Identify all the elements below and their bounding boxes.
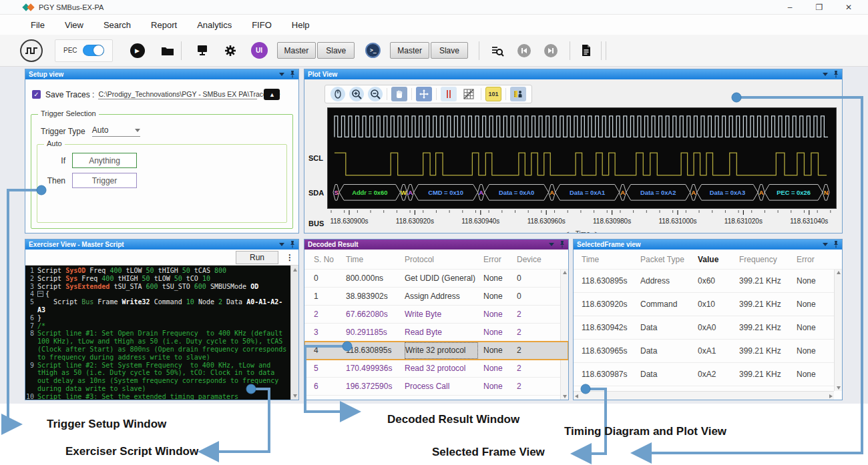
column-header: S. No [314,255,346,264]
save-traces-checkbox[interactable]: ✓ [32,90,41,99]
listener-master-button[interactable]: Master [390,42,429,59]
skip-previous-icon[interactable] [517,44,531,57]
time-axis: 118.630900s118.630920s118.630940s118.630… [327,210,837,233]
if-condition-field[interactable]: Anything [72,153,137,168]
selected-frame-row[interactable]: 118.630965sData0xA1399.21 KHzNone [574,340,842,363]
pin-icon[interactable] [290,241,295,248]
table-cell: 0 [517,274,556,283]
zoom-out-icon[interactable] [368,87,383,101]
pin-icon[interactable] [290,71,295,78]
save-traces-path-input[interactable]: C:\Prodigy_Technovations\PGY - SMBus EX … [98,90,257,99]
maximize-button[interactable]: ❐ [813,3,825,12]
decoded-result-row[interactable]: 390.291185sRead ByteNone2 [304,324,568,342]
code-line: 7/* [25,322,290,330]
selected-frame-row[interactable]: 118.630942sData0xA0399.21 KHzNone [574,316,842,340]
browse-folder-icon[interactable]: ▲ [264,89,280,100]
table-cell: None [483,382,517,391]
then-action-field[interactable]: Trigger [72,173,137,188]
exerciser-slave-button[interactable]: Slave [317,42,355,59]
play-icon[interactable]: ▶ [130,43,145,58]
decoded-result-row[interactable]: 138.983902sAssign AddressNone0 [304,288,568,306]
menu-item-view[interactable]: View [65,20,83,30]
menu-item-fifo[interactable]: FIFO [252,20,272,30]
ui-mode-badge[interactable]: UI [251,42,268,59]
column-header: Time [582,255,640,264]
monitor-icon[interactable] [196,45,208,56]
toolbar-separator [606,41,606,60]
table-cell: None [483,346,517,355]
folder-open-icon[interactable] [161,45,174,56]
exerciser-master-button[interactable]: Master [277,42,316,59]
annotation-timing-plot: Timing Diagram and Plot View [564,425,726,438]
code-line: 6} [25,314,290,322]
code-line: 10Script line #3: Set the extended timin… [25,393,290,400]
run-button[interactable]: Run [236,251,278,264]
decoded-result-row[interactable]: 0800.000nsGet UDID (General)None0 [304,270,568,288]
decoded-result-row[interactable]: 4118.630895sWrite 32 protocolNone2 [304,342,568,360]
listener-slave-button[interactable]: Slave [431,42,468,59]
annotation-trigger-setup: Trigger Setup Window [47,418,166,431]
pin-icon[interactable] [833,71,839,78]
code-line: 2Script Sys Freq 400 tHIGH 50 tLOW 50 tC… [25,275,290,283]
table-cell: 196.372590s [346,382,405,391]
panel-menu-icon[interactable] [549,243,554,246]
terminal-mode-icon[interactable]: >_ [365,43,381,58]
table-cell: 118.630965s [582,346,640,356]
exerciser-panel: Exerciser View - Master Script Run ⋮ 1Sc… [25,239,299,400]
selected-frame-row[interactable]: 118.630895sAddress0x60399.21 KHzNone [574,270,842,293]
pan-hand-icon[interactable] [391,87,407,101]
decoded-result-row[interactable]: 6196.372590sProcess CallNone2 [304,378,568,396]
mouse-select-icon[interactable] [331,87,345,101]
selected-frame-row[interactable]: 118.630920sCommand0x10399.21 KHzNone [574,293,842,316]
panel-menu-icon[interactable] [279,243,284,246]
close-button[interactable]: ✕ [843,3,855,12]
kebab-menu-icon[interactable]: ⋮ [285,253,294,262]
menu-item-file[interactable]: File [31,20,45,30]
report-document-icon[interactable] [581,44,592,57]
binary-101-icon[interactable]: 101 [485,87,501,101]
decoded-result-body: S. NoTimeProtocolErrorDevice 0800.000nsG… [304,250,568,400]
waveform-run-icon[interactable] [20,39,43,62]
editor-scrollbar[interactable] [290,266,298,400]
table-cell: 399.21 KHz [739,276,797,286]
menu-item-report[interactable]: Report [151,20,177,30]
pin-icon[interactable] [833,241,839,248]
pec-toggle[interactable] [83,45,104,56]
table-cell: None [797,323,830,332]
selected-frame-hscrollbar[interactable] [574,391,834,400]
code-text: /* [37,322,290,330]
waveform-canvas[interactable]: SAddr = 0x60WACMD = 0x10AData = 0xA0ADat… [327,107,837,209]
table-cell: None [797,276,830,286]
minimize-button[interactable]: – [784,3,796,12]
zoom-in-icon[interactable] [349,87,364,101]
column-header: Frequency [739,255,797,264]
table-cell: 399.21 KHz [739,346,797,356]
database-search-icon[interactable] [491,45,504,57]
trigger-type-dropdown[interactable]: Auto [92,125,140,137]
move-icon[interactable] [416,87,432,101]
panel-menu-icon[interactable] [279,73,284,76]
pin-icon[interactable] [560,241,565,248]
panel-menu-icon[interactable] [823,243,828,246]
grid-toggle-icon[interactable] [461,87,477,101]
settings-gear-icon[interactable] [224,45,236,57]
decoded-scrollbar[interactable] [560,270,568,400]
setup-view-titlebar: Setup view [25,69,298,79]
selected-frame-row[interactable]: 118.630987sData0xA2399.21 KHzNone [574,363,842,386]
table-cell: 2 [517,328,556,337]
trigger-selection-group: Trigger Selection Trigger Type Auto Auto… [31,114,293,229]
selected-frame-vscrollbar[interactable] [834,270,842,391]
plot-settings-icon[interactable] [510,87,526,101]
auto-group-label: Auto [44,139,65,147]
decoded-result-row[interactable]: 5170.499936sRead 32 protocolNone2 [304,360,568,378]
menu-item-help[interactable]: Help [292,20,310,30]
menu-item-analytics[interactable]: Analytics [197,20,232,30]
panel-menu-icon[interactable] [823,73,828,76]
table-cell: 118.630987s [582,370,640,379]
fold-collapse-icon[interactable] [37,291,43,297]
script-editor[interactable]: 1Script SysOD Freq 400 tLOW 50 tHIGH 50 … [25,266,290,400]
decoded-result-row[interactable]: 267.662080sWrite ByteNone2 [304,306,568,324]
cursors-icon[interactable] [441,87,457,101]
menu-item-search[interactable]: Search [103,20,131,30]
skip-next-icon[interactable] [544,44,558,57]
